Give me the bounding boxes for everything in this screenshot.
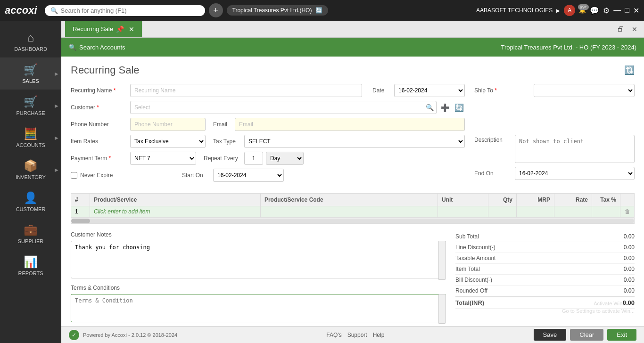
- add-button[interactable]: +: [209, 3, 223, 17]
- totals-section: Sub Total 0.00 Line Discount(-) 0.00 Tax…: [455, 231, 635, 324]
- tab-bar-actions: 🗗 ✕: [615, 24, 640, 34]
- table-row[interactable]: 1 Click enter to add item 🗑: [71, 206, 635, 217]
- save-button[interactable]: Save: [534, 329, 567, 341]
- tab-recurring-sale[interactable]: Recurring Sale 📌 ✕: [65, 21, 142, 37]
- refresh-button[interactable]: 🔃: [624, 65, 635, 75]
- tax-type-select[interactable]: SELECT: [244, 135, 465, 148]
- sales-arrow-icon: ▶: [55, 71, 58, 76]
- row-unit: [438, 206, 488, 217]
- customer-icon: 👤: [24, 191, 38, 204]
- end-on-label: End On: [474, 170, 512, 177]
- repeat-every-unit-select[interactable]: Day Week Month: [266, 152, 304, 165]
- minimize-icon[interactable]: —: [613, 6, 621, 15]
- tab-close-icon[interactable]: ✕: [129, 25, 134, 33]
- search-icon: 🔍: [50, 7, 58, 14]
- bill-discount-label: Bill Discount(-): [455, 277, 492, 283]
- close-icon[interactable]: ✕: [633, 6, 639, 15]
- form-title-row: Recurring Sale 🔃: [71, 64, 635, 76]
- sidebar-item-purchase[interactable]: 🛒 PURCHASE ▶: [0, 90, 61, 122]
- table-horizontal-scrollbar[interactable]: [71, 217, 635, 224]
- sidebar-item-reports[interactable]: 📊 REPORTS: [0, 250, 61, 282]
- description-textarea[interactable]: [515, 135, 635, 163]
- sidebar-item-customer[interactable]: 👤 CUSTOMER: [0, 186, 61, 218]
- never-expire-checkbox[interactable]: [71, 172, 77, 179]
- company-name: Tropical Treasures Pvt Ltd.(HO): [232, 7, 312, 14]
- exit-button[interactable]: Exit: [607, 329, 636, 341]
- sidebar-label-customer: CUSTOMER: [16, 206, 46, 212]
- end-on-select[interactable]: 16-02-2024: [515, 167, 635, 180]
- start-on-select[interactable]: 16-02-2024: [213, 169, 284, 182]
- footer-left: ✓ Powered by Accoxi - 2.0.12 © 2018-2024: [69, 330, 177, 340]
- search-box[interactable]: 🔍: [45, 5, 205, 16]
- terms-container: [71, 294, 446, 324]
- customer-input[interactable]: [130, 101, 437, 114]
- date-select[interactable]: 16-02-2024: [394, 84, 465, 97]
- content-area: 🔍 Search Accounts Tropical Treasures Pvt…: [61, 38, 644, 326]
- purchase-arrow-icon: ▶: [55, 103, 58, 108]
- clear-button[interactable]: Clear: [570, 329, 603, 341]
- tab-label: Recurring Sale: [73, 25, 113, 33]
- recurring-name-input[interactable]: [130, 84, 362, 97]
- sidebar-item-inventory[interactable]: 📦 INVENTORY ▶: [0, 154, 61, 186]
- main: Recurring Sale 📌 ✕ 🗗 ✕ 🔍 Search Accounts…: [61, 21, 644, 343]
- customer-notes-textarea[interactable]: Thank you for choosing: [71, 241, 446, 278]
- form-title: Recurring Sale: [71, 64, 140, 76]
- line-discount-value: 0.00: [624, 244, 635, 251]
- notes-area-wrap: Thank you for choosing: [71, 241, 446, 280]
- col-action: [620, 194, 635, 206]
- sidebar-item-accounts[interactable]: 🧮 ACCOUNTS ▶: [0, 122, 61, 154]
- notes-scrollbar[interactable]: [438, 241, 446, 280]
- terms-label: Terms & Conditions: [71, 285, 446, 291]
- maximize-icon[interactable]: □: [625, 6, 629, 15]
- row-product-input[interactable]: Click enter to add item: [90, 206, 261, 217]
- customer-search-icon: 🔍: [426, 104, 434, 111]
- user-avatar[interactable]: A: [564, 5, 575, 16]
- sidebar-item-dashboard[interactable]: ⌂ DASHBOARD: [0, 25, 61, 57]
- row-delete[interactable]: 🗑: [620, 206, 635, 217]
- customer-notes-label: Customer Notes: [71, 231, 446, 238]
- phone-input[interactable]: [130, 118, 206, 131]
- sidebar-item-supplier[interactable]: 💼 SUPPLIER: [0, 218, 61, 250]
- footer-links: FAQ's Support Help: [326, 332, 384, 338]
- bottom-section: Customer Notes Thank you for choosing Te…: [61, 224, 644, 326]
- col-qty: Qty: [488, 194, 517, 206]
- rounded-off-label: Rounded Off: [455, 287, 487, 294]
- support-link[interactable]: Support: [347, 332, 367, 338]
- search-accounts-icon: 🔍: [69, 44, 76, 51]
- user-name: AABASOFT TECHNOLOGIES: [476, 7, 553, 14]
- sidebar-item-sales[interactable]: 🛒 SALES ▶: [0, 57, 61, 90]
- search-accounts-btn[interactable]: 🔍 Search Accounts: [69, 44, 125, 51]
- customer-label: Customer: [71, 104, 127, 111]
- app-logo: accoxi: [5, 4, 37, 16]
- description-label: Description: [474, 135, 512, 143]
- payment-repeat-row: Payment Term NET 7 Repeat Every Day Week…: [71, 152, 465, 165]
- phone-email-row: Phone Number Email: [71, 118, 465, 131]
- bill-discount-value: 0.00: [624, 277, 635, 283]
- customer-refresh-button[interactable]: 🔄: [454, 102, 465, 113]
- messages-icon[interactable]: 💬: [590, 6, 599, 15]
- purchase-icon: 🛒: [24, 95, 38, 108]
- email-input[interactable]: [235, 118, 465, 131]
- reports-icon: 📊: [24, 255, 38, 269]
- scrollbar-thumb[interactable]: [71, 219, 90, 223]
- company-selector[interactable]: Tropical Treasures Pvt Ltd.(HO) 🔄: [227, 5, 329, 16]
- pin-icon[interactable]: 📌: [116, 25, 124, 33]
- item-rates-select[interactable]: Tax Exclusive: [130, 135, 206, 148]
- settings-icon[interactable]: ⚙: [603, 6, 610, 15]
- search-input[interactable]: [61, 7, 199, 14]
- ship-to-select[interactable]: [534, 84, 635, 97]
- repeat-every-num-input[interactable]: [244, 152, 263, 165]
- tab-restore-button[interactable]: 🗗: [615, 24, 627, 34]
- terms-scrollbar[interactable]: [438, 294, 446, 324]
- faq-link[interactable]: FAQ's: [326, 332, 341, 338]
- tab-close-button[interactable]: ✕: [629, 24, 640, 34]
- recurring-name-row: Recurring Name Date 16-02-2024: [71, 84, 465, 97]
- col-code: Product/Service Code: [260, 194, 438, 206]
- customer-add-button[interactable]: ➕: [439, 102, 451, 113]
- notifications[interactable]: 🔔99+: [579, 7, 586, 14]
- payment-term-select[interactable]: NET 7: [130, 152, 196, 165]
- right-spacer-2: [474, 118, 635, 135]
- help-link[interactable]: Help: [373, 332, 385, 338]
- sidebar: ⌂ DASHBOARD 🛒 SALES ▶ 🛒 PURCHASE ▶ 🧮 ACC…: [0, 21, 61, 343]
- terms-textarea[interactable]: [71, 294, 446, 322]
